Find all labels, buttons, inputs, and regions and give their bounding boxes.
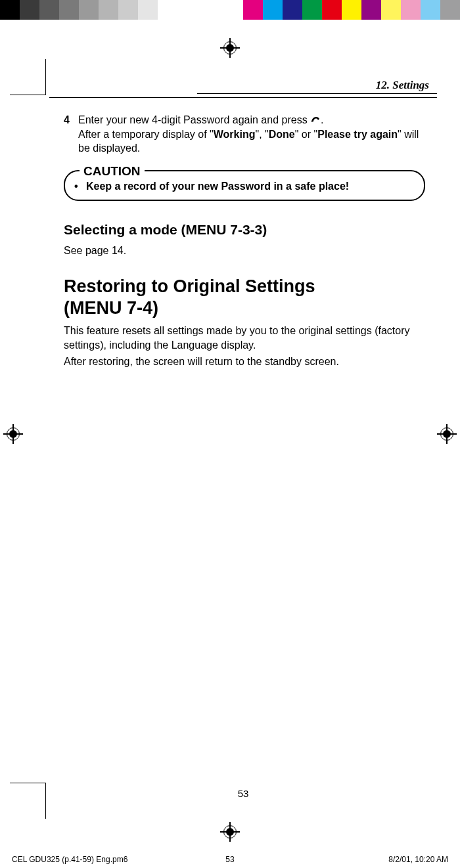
- footer-page: 53: [225, 855, 234, 864]
- section-selecting-mode: Selecting a mode (MENU 7-3-3) See page 1…: [64, 221, 425, 257]
- registration-mark-right: [437, 424, 457, 444]
- status-working: Working: [214, 129, 256, 140]
- color-swatch: [421, 0, 440, 20]
- caution-box: CAUTION • Keep a record of your new Pass…: [64, 170, 425, 202]
- step-body: Enter your new 4-digit Password again an…: [78, 113, 425, 156]
- step4-text-a: Enter your new 4-digit Password again an…: [78, 114, 310, 125]
- caution-bullet: •: [74, 179, 86, 194]
- color-swatch: [79, 0, 99, 20]
- heading-restoring-l2: (MENU 7-4): [64, 298, 158, 318]
- status-done: Done: [269, 129, 295, 140]
- registration-mark-left: [3, 424, 23, 444]
- color-swatch: [283, 0, 302, 20]
- step4-text2a: After a temporary display of ": [78, 129, 214, 140]
- color-swatch: [39, 0, 59, 20]
- header-rule-short: [197, 93, 437, 94]
- color-swatch: [381, 0, 401, 20]
- caution-label: CAUTION: [80, 163, 145, 180]
- restore-body-2: After restoring, the screen will return …: [64, 355, 425, 369]
- restore-body-1: This feature resets all settings made by…: [64, 324, 425, 352]
- color-swatch: [302, 0, 322, 20]
- color-swatch: [440, 0, 460, 20]
- step-4: 4 Enter your new 4-digit Password again …: [64, 113, 425, 156]
- print-color-bar: [0, 0, 460, 20]
- footer-date: 8/2/01, 10:20 AM: [388, 855, 448, 864]
- color-swatch: [118, 0, 138, 20]
- crop-mark-bottom-left: [10, 783, 46, 819]
- color-swatch: [0, 0, 20, 20]
- chapter-title: 12. Settings: [376, 79, 429, 92]
- page-number: 53: [238, 788, 249, 799]
- page-header: 12. Settings: [49, 79, 437, 104]
- step4-text2c: " or ": [295, 129, 317, 140]
- color-swatch: [138, 0, 158, 20]
- page-content-area: 12. Settings 4 Enter your new 4-digit Pa…: [49, 79, 437, 812]
- color-swatch: [342, 0, 361, 20]
- registration-mark-top: [220, 38, 240, 58]
- header-rule-long: [49, 97, 437, 98]
- step-number: 4: [64, 113, 78, 156]
- section-restoring: Restoring to Original Settings (MENU 7-4…: [64, 276, 425, 369]
- footer-filename: CEL GDU325 (p.41-59) Eng.pm6: [12, 855, 127, 864]
- color-swatch: [99, 0, 118, 20]
- color-swatch: [401, 0, 421, 20]
- step4-text-b: .: [321, 114, 323, 125]
- step4-text2b: ", ": [255, 129, 268, 140]
- caution-text: Keep a record of your new Password in a …: [86, 179, 349, 194]
- status-try-again: Please try again: [317, 129, 398, 140]
- registration-mark-bottom: [220, 822, 240, 842]
- color-swatch: [20, 0, 39, 20]
- color-swatch: [243, 0, 263, 20]
- color-swatch: [263, 0, 283, 20]
- mode-body: See page 14.: [64, 244, 425, 258]
- heading-restoring-l1: Restoring to Original Settings: [64, 276, 315, 296]
- color-swatch: [59, 0, 79, 20]
- crop-mark-top-left: [10, 59, 46, 95]
- heading-selecting-mode: Selecting a mode (MENU 7-3-3): [64, 221, 425, 239]
- print-footer: CEL GDU325 (p.41-59) Eng.pm6 53 8/2/01, …: [12, 855, 448, 864]
- color-swatch: [322, 0, 342, 20]
- color-swatch: [361, 0, 381, 20]
- call-key-icon: [310, 114, 321, 123]
- heading-restoring: Restoring to Original Settings (MENU 7-4…: [64, 276, 425, 318]
- color-swatch: [158, 0, 177, 20]
